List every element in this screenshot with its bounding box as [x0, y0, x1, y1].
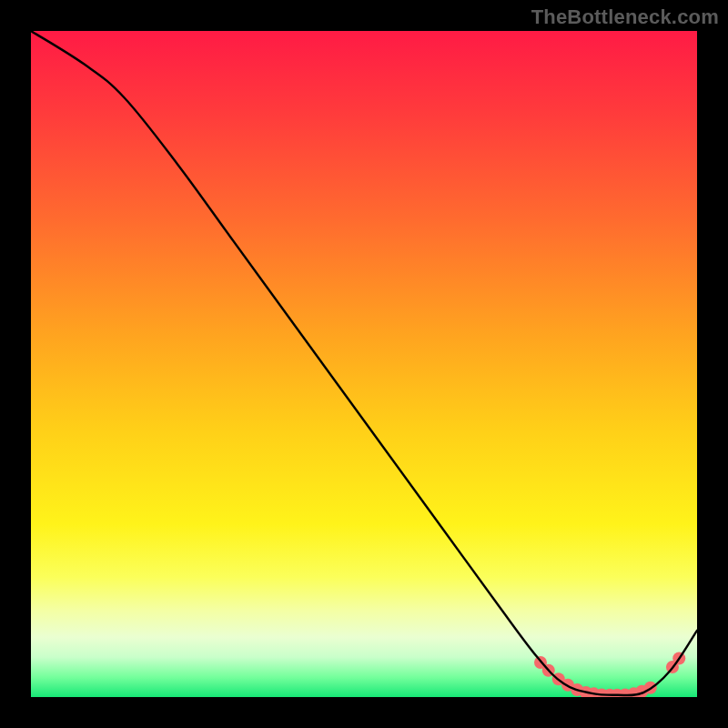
watermark-text: TheBottleneck.com	[531, 5, 719, 29]
chart-svg	[31, 31, 697, 697]
plot-area	[31, 31, 697, 697]
chart-frame: TheBottleneck.com	[0, 0, 728, 728]
data-curve	[31, 31, 697, 695]
marker-dots	[534, 652, 685, 697]
